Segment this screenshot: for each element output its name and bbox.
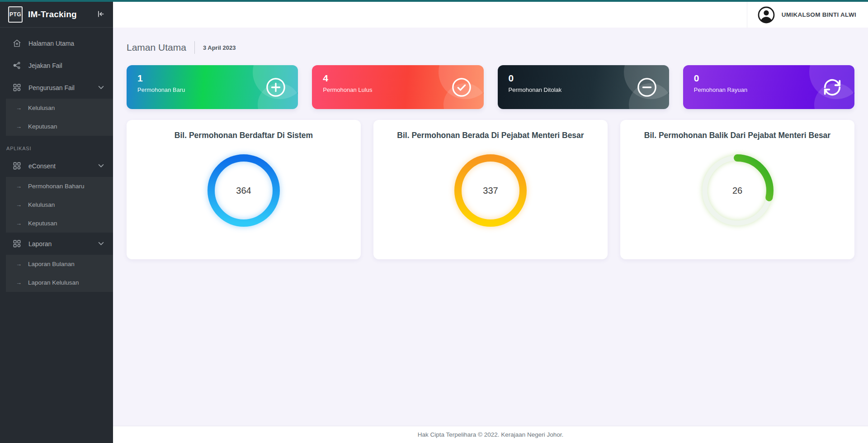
sidebar-section-aplikasi: APLIKASI — [0, 136, 113, 155]
sidebar-header: PTG IM-Tracking — [0, 2, 113, 28]
sync-icon — [822, 77, 843, 98]
app-title: IM-Tracking — [28, 10, 96, 19]
check-circle-icon — [451, 77, 472, 98]
donut-chart-balik: 26 — [699, 152, 776, 229]
stat-card-permohonan-ditolak[interactable]: 0 Permohonan Ditolak — [498, 65, 669, 109]
grid-icon — [13, 162, 21, 170]
sidebar-item-label: eConsent — [28, 162, 98, 170]
donut-value: 337 — [452, 152, 529, 229]
stat-label: Pemohonan Rayuan — [694, 86, 844, 93]
topbar: UMIKALSOM BINTI ALWI — [113, 2, 868, 28]
donut-chart-berdaftar: 364 — [205, 152, 282, 229]
sidebar-item-laporan-kelulusan[interactable]: → Laporan Kelulusan — [6, 273, 113, 292]
chart-title: Bil. Permohonan Balik Dari Pejabat Mente… — [644, 131, 830, 140]
sidebar-item-pengurusan-fail[interactable]: Pengurusan Fail — [0, 76, 113, 99]
sidebar-item-label: Kelulusan — [28, 201, 55, 208]
share-network-icon — [13, 61, 21, 70]
chart-title: Bil. Permohonan Berdaftar Di Sistem — [175, 131, 313, 140]
stat-value: 0 — [694, 72, 844, 84]
donut-value: 26 — [699, 152, 776, 229]
header-divider — [194, 41, 195, 54]
arrow-right-icon: → — [16, 279, 22, 286]
sidebar-item-label: Laporan Kelulusan — [28, 279, 79, 286]
sidebar-item-label: Laporan — [28, 240, 98, 248]
minus-circle-icon — [637, 77, 657, 98]
footer: Hak Cipta Terpelihara © 2022. Kerajaan N… — [113, 426, 868, 443]
chart-cards-row: Bil. Permohonan Berdaftar Di Sistem 364 … — [127, 120, 854, 259]
sidebar-item-label: Keputusan — [28, 123, 57, 130]
chevron-down-icon — [98, 241, 104, 247]
user-name: UMIKALSOM BINTI ALWI — [782, 11, 856, 18]
arrow-right-icon: → — [16, 201, 22, 208]
stat-value: 4 — [323, 72, 472, 84]
ptg-logo: PTG — [8, 6, 23, 23]
chart-title: Bil. Permohonan Berada Di Pejabat Menter… — [397, 131, 584, 140]
page-header: Laman Utama 3 April 2023 — [127, 41, 854, 54]
sidebar-item-label: Laporan Bulanan — [28, 261, 75, 267]
sidebar-item-label: Halaman Utama — [28, 40, 104, 47]
collapse-sidebar-icon — [96, 10, 105, 20]
chevron-down-icon — [98, 163, 104, 169]
plus-circle-icon — [265, 77, 286, 98]
sidebar-item-keputusan[interactable]: → Keputusan — [6, 117, 113, 136]
home-icon — [13, 39, 21, 48]
stat-cards-row: 1 Permohonan Baru 4 Permohonan Lulus 0 P… — [127, 65, 854, 109]
sidebar-item-laporan-bulanan[interactable]: → Laporan Bulanan — [6, 255, 113, 273]
chart-card-berdaftar-di-sistem: Bil. Permohonan Berdaftar Di Sistem 364 — [127, 120, 361, 259]
arrow-right-icon: → — [16, 261, 22, 267]
stat-value: 0 — [509, 72, 658, 84]
copyright-text: Hak Cipta Terpelihara © 2022. Kerajaan N… — [418, 431, 564, 438]
user-avatar-icon — [757, 6, 775, 24]
page-date: 3 April 2023 — [203, 44, 236, 51]
chart-card-berada-di-pejabat-mb: Bil. Permohonan Berada Di Pejabat Menter… — [373, 120, 608, 259]
grid-icon — [13, 83, 21, 92]
donut-chart-berada: 337 — [452, 152, 529, 229]
sidebar-item-halaman-utama[interactable]: Halaman Utama — [0, 32, 113, 54]
stat-label: Permohonan Baru — [137, 86, 287, 93]
sidebar-item-label: Permohonan Baharu — [28, 183, 85, 190]
arrow-right-icon: → — [16, 105, 22, 111]
sidebar-item-kelulusan-econsent[interactable]: → Kelulusan — [6, 195, 113, 214]
user-menu[interactable]: UMIKALSOM BINTI ALWI — [747, 2, 868, 28]
sidebar-item-permohonan-baharu[interactable]: → Permohonan Baharu — [6, 177, 113, 195]
arrow-right-icon: → — [16, 183, 22, 190]
sidebar-nav: Halaman Utama Jejakan Fail Pengurusan Fa… — [0, 28, 113, 292]
stat-value: 1 — [137, 72, 287, 84]
sidebar-collapse-button[interactable] — [96, 10, 105, 20]
stat-card-permohonan-lulus[interactable]: 4 Permohonan Lulus — [312, 65, 483, 109]
donut-value: 364 — [205, 152, 282, 229]
sidebar-item-label: Keputusan — [28, 220, 57, 227]
submenu-pengurusan-fail: → Kelulusan → Keputusan — [6, 99, 113, 136]
sidebar-item-laporan[interactable]: Laporan — [0, 233, 113, 255]
sidebar-item-label: Jejakan Fail — [28, 62, 104, 69]
grid-icon — [13, 239, 21, 248]
sidebar-item-econsent[interactable]: eConsent — [0, 155, 113, 177]
stat-label: Permohonan Lulus — [323, 86, 472, 93]
sidebar-item-kelulusan[interactable]: → Kelulusan — [6, 99, 113, 117]
submenu-laporan: → Laporan Bulanan → Laporan Kelulusan — [6, 255, 113, 292]
sidebar-item-label: Pengurusan Fail — [28, 84, 98, 91]
arrow-right-icon: → — [16, 123, 22, 130]
page-title: Laman Utama — [127, 42, 186, 53]
sidebar-item-label: Kelulusan — [28, 105, 55, 111]
arrow-right-icon: → — [16, 220, 22, 227]
submenu-econsent: → Permohonan Baharu → Kelulusan → Keputu… — [6, 177, 113, 233]
main-content: Laman Utama 3 April 2023 1 Permohonan Ba… — [113, 28, 868, 426]
stat-card-pemohonan-rayuan[interactable]: 0 Pemohonan Rayuan — [683, 65, 854, 109]
chart-card-balik-dari-pejabat-mb: Bil. Permohonan Balik Dari Pejabat Mente… — [620, 120, 854, 259]
top-accent-bar — [0, 0, 868, 2]
stat-label: Permohonan Ditolak — [509, 86, 658, 93]
chevron-down-icon — [98, 85, 104, 91]
stat-card-permohonan-baru[interactable]: 1 Permohonan Baru — [127, 65, 298, 109]
sidebar-item-keputusan-econsent[interactable]: → Keputusan — [6, 214, 113, 233]
sidebar-item-jejakan-fail[interactable]: Jejakan Fail — [0, 54, 113, 76]
sidebar: PTG IM-Tracking Halaman Utama Jejakan Fa… — [0, 2, 113, 443]
